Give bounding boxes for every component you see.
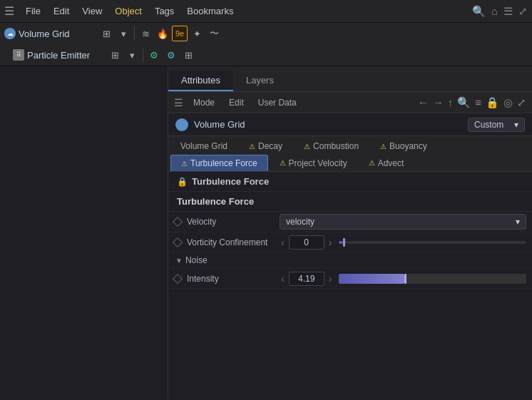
velocity-dropdown-label: velocity: [286, 217, 314, 227]
nav-filter-icon[interactable]: ≡: [475, 96, 481, 109]
velocity-dropdown[interactable]: velocity ▾: [280, 214, 526, 230]
nav-up-icon[interactable]: ↑: [448, 96, 454, 109]
layout-icon[interactable]: ☰: [503, 5, 513, 18]
expand-icon[interactable]: ⤢: [518, 5, 528, 18]
left-panel: [0, 66, 168, 399]
hamburger-icon[interactable]: ☰: [4, 4, 14, 18]
advect-warn-icon: ⚠: [369, 159, 375, 167]
wind-icon[interactable]: ≋: [138, 26, 153, 41]
vorticity-row: Vorticity Confinement ‹ 0 ›: [168, 232, 532, 252]
subtab-volume-grid[interactable]: Volume Grid: [170, 138, 237, 154]
velocity-label: Velocity: [187, 217, 280, 227]
particle-emitter-row[interactable]: ⠿ Particle Emitter ⊞ ▾ ⚙ ⚙ ⊞: [0, 44, 532, 66]
subtab-turbulence[interactable]: ⚠ Turbulence Force: [170, 155, 268, 171]
intensity-numeric: ‹ 4.19 ›: [280, 272, 526, 286]
pe-layers-icon[interactable]: ⊞: [107, 47, 123, 63]
custom-dropdown-arrow: ▾: [514, 120, 518, 130]
tabs-row: Attributes Layers: [168, 66, 532, 92]
attr-nav-icons: ← → ↑ 🔍 ≡ 🔒 ◎ ⤢: [418, 96, 526, 109]
subtab-pv-label: Project Velocity: [289, 158, 347, 168]
nav-back-icon[interactable]: ←: [418, 96, 429, 109]
nav-lock-icon[interactable]: 🔒: [486, 96, 499, 109]
vorticity-keyframe[interactable]: [173, 237, 183, 247]
flame-icon[interactable]: 🔥: [155, 26, 170, 41]
intensity-slider[interactable]: [339, 274, 526, 284]
intensity-value[interactable]: 4.19: [289, 272, 324, 286]
subtab-vg-label: Volume Grid: [180, 141, 227, 151]
plus-icon[interactable]: ✦: [189, 26, 205, 41]
menu-bookmarks[interactable]: Bookmarks: [181, 3, 239, 19]
home-icon[interactable]: ⌂: [491, 5, 498, 18]
vorticity-slider-fill: [339, 241, 342, 244]
noise-label: Noise: [185, 255, 208, 265]
subtab-combustion[interactable]: ⚠ Combustion: [294, 138, 369, 154]
nav-forward-icon[interactable]: →: [433, 96, 444, 109]
user-data-label[interactable]: User Data: [258, 98, 297, 108]
vorticity-increment[interactable]: ›: [327, 237, 334, 248]
prop-section-header: Turbulence Force: [168, 192, 532, 212]
pv-warn-icon: ⚠: [280, 159, 286, 167]
turbulence-warn-icon: ⚠: [181, 160, 188, 168]
velocity-dropdown-arrow: ▾: [516, 217, 520, 227]
pe-gear-cyan-icon[interactable]: ⚙: [163, 47, 179, 63]
edit-label[interactable]: Edit: [229, 98, 244, 108]
subtab-buoyancy-label: Buoyancy: [389, 141, 427, 151]
chevron-icon[interactable]: ▾: [116, 26, 131, 41]
vorticity-label: Vorticity Confinement: [187, 237, 280, 247]
nav-target-icon[interactable]: ◎: [503, 96, 513, 109]
volume-grid-toolbar: ⊞ ▾ ≋ 🔥 9e ✦ 〜: [98, 26, 222, 41]
custom-dropdown[interactable]: Custom ▾: [468, 118, 525, 132]
tab-attributes[interactable]: Attributes: [168, 71, 233, 91]
intensity-increment[interactable]: ›: [327, 273, 334, 284]
vg-header: Volume Grid Custom ▾: [168, 113, 532, 136]
layers-icon[interactable]: ⊞: [98, 26, 114, 41]
vorticity-numeric: ‹ 0 ›: [280, 235, 526, 250]
right-panel: Attributes Layers ☰ Mode Edit User Data …: [168, 66, 532, 399]
vg-title: Volume Grid: [194, 119, 245, 130]
tab-layers[interactable]: Layers: [233, 71, 287, 91]
menu-file[interactable]: File: [20, 3, 46, 19]
subtab-advect[interactable]: ⚠ Advect: [359, 155, 414, 171]
combustion-warn-icon: ⚠: [304, 143, 310, 150]
nav-expand-icon[interactable]: ⤢: [517, 96, 526, 109]
section-title-row: 🔒 Turbulence Force: [168, 172, 532, 192]
pe-grid-icon[interactable]: ⊞: [180, 47, 196, 63]
subtab-project-velocity[interactable]: ⚠ Project Velocity: [270, 155, 357, 171]
buoyancy-warn-icon: ⚠: [380, 143, 387, 150]
wave-icon[interactable]: 〜: [206, 26, 222, 41]
nav-search-icon[interactable]: 🔍: [457, 96, 471, 109]
subtab-buoyancy[interactable]: ⚠ Buoyancy: [370, 138, 437, 154]
menu-view[interactable]: View: [76, 3, 108, 19]
decay-warn-icon: ⚠: [249, 143, 255, 150]
search-icon[interactable]: 🔍: [472, 5, 486, 18]
intensity-slider-thumb: [404, 274, 406, 284]
menu-edit[interactable]: Edit: [48, 3, 75, 19]
attr-header: ☰ Mode Edit User Data ← → ↑ 🔍 ≡ 🔒 ◎ ⤢: [168, 92, 532, 113]
noise-section[interactable]: ▼ Noise: [168, 252, 532, 269]
intensity-slider-fill: [339, 274, 404, 284]
custom-dropdown-label: Custom: [474, 120, 503, 130]
menubar: ☰ File Edit View Object Tags Bookmarks 🔍…: [0, 0, 532, 23]
intensity-keyframe[interactable]: [173, 273, 183, 283]
subtab-decay[interactable]: ⚠ Decay: [239, 138, 292, 154]
subtab-advect-label: Advect: [378, 158, 404, 168]
menu-tags[interactable]: Tags: [149, 3, 180, 19]
subtab-combustion-label: Combustion: [313, 141, 359, 151]
intensity-decrement[interactable]: ‹: [280, 273, 286, 284]
menubar-right-icons: 🔍 ⌂ ☰ ⤢: [472, 5, 528, 18]
sep2: [143, 48, 143, 62]
volume-grid-icon: ☁: [4, 28, 16, 39]
grid-active-icon[interactable]: 9e: [172, 26, 188, 41]
velocity-keyframe[interactable]: [173, 217, 183, 227]
particle-emitter-label: Particle Emitter: [27, 50, 98, 61]
vorticity-decrement[interactable]: ‹: [280, 237, 286, 248]
particle-emitter-toolbar: ⊞ ▾ ⚙ ⚙ ⊞: [107, 47, 196, 63]
menu-object[interactable]: Object: [109, 3, 148, 19]
pe-gear-green-icon[interactable]: ⚙: [146, 47, 162, 63]
pe-chevron-icon[interactable]: ▾: [124, 47, 140, 63]
vorticity-slider[interactable]: [339, 241, 526, 244]
mode-label[interactable]: Mode: [193, 98, 215, 108]
vorticity-value[interactable]: 0: [289, 235, 324, 250]
attr-menu-icon[interactable]: ☰: [174, 97, 183, 108]
volume-grid-row[interactable]: ☁ Volume Grid ⊞ ▾ ≋ 🔥 9e ✦ 〜: [0, 23, 532, 44]
